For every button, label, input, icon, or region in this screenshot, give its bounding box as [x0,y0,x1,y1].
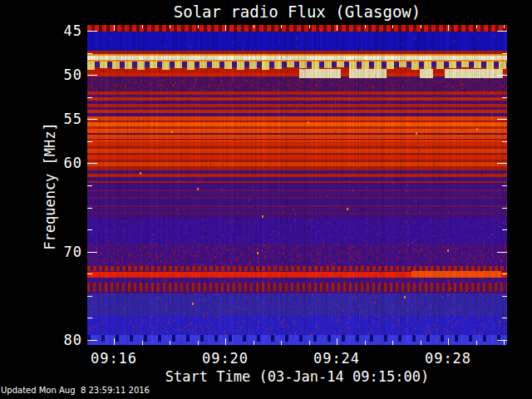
chart-title: Solar radio Flux (Glasgow) [87,2,507,21]
y-tick-label: 70 [0,244,82,260]
updated-timestamp: Updated Mon Aug 8 23:59:11 2016 [1,386,150,395]
y-tick-label: 45 [0,22,82,39]
spectrogram-screen: Solar radio Flux (Glasgow) Frequency [MH… [0,0,532,399]
spectrogram-canvas [87,25,507,345]
x-tick-label: 09:24 [291,350,382,367]
x-tick-label: 09:28 [402,350,494,367]
y-axis-label: Frequency [MHz] [42,122,58,250]
y-tick-label: 80 [0,332,82,348]
x-tick-label: 09:16 [68,350,160,367]
y-tick-label: 55 [0,111,82,127]
y-tick-label: 50 [0,66,82,83]
y-tick-label: 60 [0,155,82,171]
x-axis-label: Start Time (03-Jan-14 09:15:00) [87,368,507,385]
x-tick-label: 09:20 [180,350,271,367]
